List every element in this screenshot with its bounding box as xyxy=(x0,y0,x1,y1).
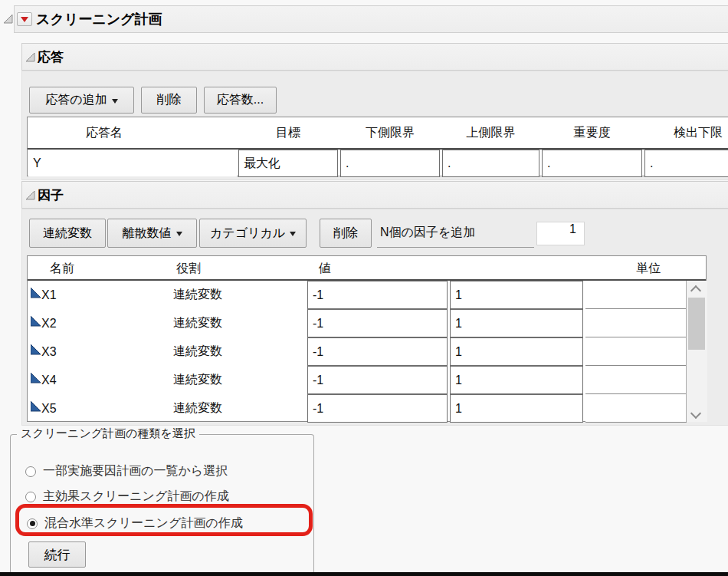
scrollbar-down-icon[interactable] xyxy=(690,408,701,419)
col-header-name: 名前 xyxy=(28,261,97,277)
add-response-label: 応答の追加 xyxy=(45,92,107,108)
radio-icon[interactable] xyxy=(25,492,36,502)
factor-name[interactable]: X1 xyxy=(41,281,57,309)
main-outline-header: スクリーニング計画 xyxy=(14,5,728,33)
col-header-importance: 重要度 xyxy=(542,125,642,141)
factor-row: X5 連続変数 -1 1 xyxy=(28,394,687,423)
factor-role[interactable]: 連続変数 xyxy=(173,366,222,394)
factor-low-value-cell[interactable]: -1 xyxy=(307,337,448,366)
col-header-upper-limit: 上側限界 xyxy=(442,125,539,141)
factor-name[interactable]: X3 xyxy=(41,337,57,366)
col-header-response-name: 応答名 xyxy=(28,125,181,141)
disclosure-triangle-icon[interactable] xyxy=(3,14,13,24)
continuous-factor-icon xyxy=(31,373,41,387)
radio-label: 主効果スクリーニング計画の作成 xyxy=(43,489,229,505)
factor-low-value-cell[interactable]: -1 xyxy=(307,309,448,337)
response-importance-cell[interactable]: . xyxy=(542,150,642,177)
response-goal-cell[interactable]: 最大化 xyxy=(238,150,338,177)
factors-outline-header: 因子 xyxy=(21,181,728,209)
factor-role[interactable]: 連続変数 xyxy=(173,281,222,309)
continuous-factor-icon xyxy=(31,344,41,358)
delete-response-button[interactable]: 削除 xyxy=(141,87,197,114)
disclosure-triangle-icon[interactable] xyxy=(25,52,35,62)
factor-row: X3 連続変数 -1 1 xyxy=(28,337,687,366)
radio-option-main-effects-screening[interactable]: 主効果スクリーニング計画の作成 xyxy=(25,489,229,505)
chevron-down-icon xyxy=(290,232,296,236)
col-header-detection-limit: 検出下限 xyxy=(633,125,728,141)
factor-name[interactable]: X2 xyxy=(41,309,57,337)
factor-high-value-cell[interactable]: 1 xyxy=(450,337,583,366)
factor-role[interactable]: 連続変数 xyxy=(173,394,222,423)
response-name-cell[interactable]: Y xyxy=(28,150,237,176)
factor-unit-cell[interactable] xyxy=(585,309,687,337)
window-bottom-edge xyxy=(0,572,728,576)
factor-unit-cell[interactable] xyxy=(585,366,687,394)
radio-option-fractional-factorial[interactable]: 一部実施要因計画の一覧から選択 xyxy=(25,463,228,479)
discrete-numeric-button[interactable]: 離散数値 xyxy=(107,219,197,248)
factor-high-value-cell[interactable]: 1 xyxy=(450,309,583,337)
factor-high-value-cell[interactable]: 1 xyxy=(450,281,583,309)
add-n-factors-button[interactable]: N個の因子を追加 xyxy=(377,219,534,248)
col-header-values: 値 xyxy=(298,261,352,277)
categorical-button[interactable]: カテゴリカル xyxy=(199,219,307,248)
col-header-role: 役割 xyxy=(143,261,234,277)
factor-role[interactable]: 連続変数 xyxy=(173,309,222,337)
continuous-factor-icon xyxy=(31,316,41,330)
continuous-factor-icon xyxy=(31,288,41,301)
disclosure-triangle-icon[interactable] xyxy=(25,190,35,200)
factor-unit-cell[interactable] xyxy=(585,394,687,423)
n-factors-input[interactable]: 1 xyxy=(536,222,585,245)
radio-option-mixed-level-screening[interactable]: 混合水準スクリーニング計画の作成 xyxy=(27,515,243,532)
col-header-lower-limit: 下側限界 xyxy=(340,125,440,141)
factor-row: X2 連続変数 -1 1 xyxy=(28,309,687,337)
factors-table-scrollbar[interactable] xyxy=(686,281,707,422)
factor-low-value-cell[interactable]: -1 xyxy=(307,366,448,394)
responses-table-header: 応答名 目標 下側限界 上側限界 重要度 検出下限 xyxy=(28,117,728,150)
categorical-label: カテゴリカル xyxy=(210,225,285,242)
col-header-goal: 目標 xyxy=(238,125,338,141)
factor-low-value-cell[interactable]: -1 xyxy=(307,394,448,423)
radio-label: 一部実施要因計画の一覧から選択 xyxy=(43,463,228,479)
discrete-numeric-label: 離散数値 xyxy=(123,225,172,242)
radio-icon[interactable] xyxy=(25,466,36,477)
continue-button[interactable]: 続行 xyxy=(28,541,86,568)
number-of-responses-button[interactable]: 応答数... xyxy=(204,87,277,114)
factor-high-value-cell[interactable]: 1 xyxy=(450,394,583,423)
red-menu-icon[interactable] xyxy=(17,12,32,26)
factor-name[interactable]: X5 xyxy=(41,394,57,423)
page-title: スクリーニング計画 xyxy=(36,10,162,28)
response-detection-cell[interactable]: . xyxy=(644,150,728,177)
factor-role[interactable]: 連続変数 xyxy=(173,337,222,366)
response-upper-limit-cell[interactable]: . xyxy=(442,150,539,177)
responses-section-title: 応答 xyxy=(38,48,64,66)
col-header-units: 単位 xyxy=(595,261,702,277)
responses-outline-header: 応答 xyxy=(21,43,728,71)
factor-row: X1 連続変数 -1 1 xyxy=(28,281,687,309)
design-type-groupbox-title: スクリーニング計画の種類を選択 xyxy=(17,426,199,441)
chevron-down-icon xyxy=(176,232,182,236)
factor-high-value-cell[interactable]: 1 xyxy=(450,366,583,394)
factor-name[interactable]: X4 xyxy=(41,366,57,394)
scrollbar-up-icon[interactable] xyxy=(690,285,701,296)
chevron-down-icon xyxy=(112,99,118,104)
response-lower-limit-cell[interactable]: . xyxy=(340,150,440,177)
factors-table-header: 名前 役割 値 単位 xyxy=(28,256,706,281)
factor-unit-cell[interactable] xyxy=(585,281,687,309)
factor-low-value-cell[interactable]: -1 xyxy=(307,281,448,309)
radio-icon-selected[interactable] xyxy=(27,518,38,529)
factors-table: 名前 役割 値 単位 X1 連続変数 -1 1 X2 連続変数 -1 1 X3 … xyxy=(27,255,707,422)
continuous-factor-icon xyxy=(31,401,41,415)
radio-label: 混合水準スクリーニング計画の作成 xyxy=(44,515,243,532)
responses-table: 応答名 目標 下側限界 上側限界 重要度 検出下限 Y 最大化 . . . . xyxy=(27,117,728,176)
factor-row: X4 連続変数 -1 1 xyxy=(28,366,687,394)
scrollbar-thumb[interactable] xyxy=(688,298,705,350)
add-response-button[interactable]: 応答の追加 xyxy=(29,87,134,114)
continuous-factor-button[interactable]: 連続変数 xyxy=(29,219,106,248)
factor-unit-cell[interactable] xyxy=(585,337,687,366)
delete-factor-button[interactable]: 削除 xyxy=(320,219,372,248)
factors-section-title: 因子 xyxy=(38,186,64,204)
